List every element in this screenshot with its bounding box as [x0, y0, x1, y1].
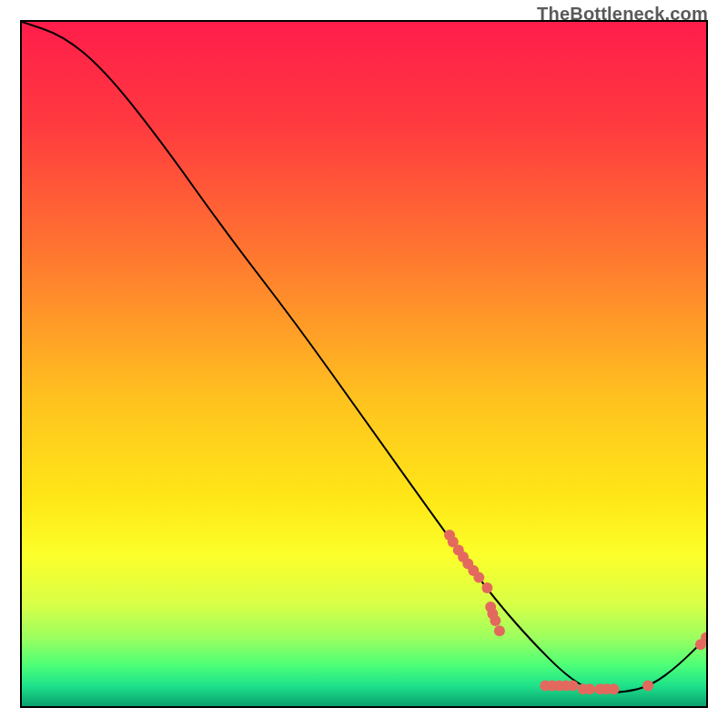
- scatter-point: [608, 683, 619, 694]
- scatter-point: [481, 582, 492, 593]
- chart-svg: [22, 22, 706, 706]
- scatter-point: [490, 615, 500, 626]
- background-gradient: [22, 22, 706, 706]
- chart-container: TheBottleneck.com: [0, 0, 728, 728]
- scatter-point: [494, 625, 505, 636]
- scatter-point: [584, 683, 595, 694]
- scatter-point: [473, 572, 484, 583]
- scatter-point: [642, 680, 653, 691]
- scatter-point: [567, 680, 578, 691]
- plot-area: [20, 20, 708, 708]
